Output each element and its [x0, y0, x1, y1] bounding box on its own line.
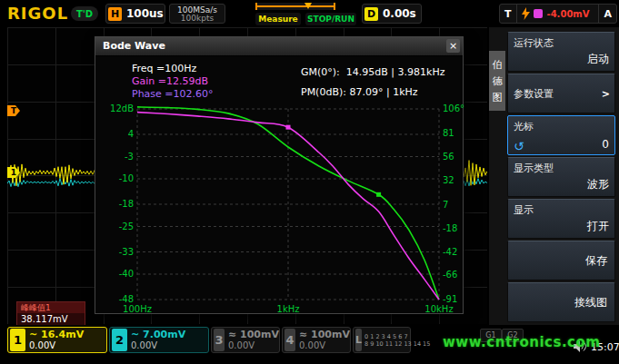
phase-axis-tick: 81	[443, 128, 454, 138]
menu-label: 光标	[514, 120, 534, 133]
gain-axis-tick: 4	[97, 129, 134, 139]
logic-analyzer-label: L	[355, 329, 362, 351]
trigger-position-icon	[305, 3, 312, 9]
trigger-level-value: -4.00mV	[547, 9, 590, 19]
phase-axis-tick: -66	[443, 270, 457, 280]
gain-axis-tick: -25	[97, 221, 134, 231]
channel2-number: 2	[112, 329, 127, 351]
timebase-value: 100us	[126, 7, 164, 20]
digital-channels-row1: 0 1 2 3 4 5 6 7	[364, 333, 430, 340]
tab-char: 图	[493, 91, 503, 104]
trigger-status-badge: T'D	[71, 6, 98, 21]
menu-value: 保存	[585, 253, 607, 269]
freq-axis-tick: 1kHz	[265, 304, 311, 314]
channel1-scale: 16.4mV	[41, 329, 84, 340]
channel1-offset: 0.00V	[29, 340, 84, 351]
menu-value: 接线图	[574, 295, 607, 310]
menu-value: 0	[602, 138, 609, 151]
channel1-box[interactable]: 1 ~ 16.4mV 0.00V	[7, 327, 107, 353]
phase-axis-tick: 7	[443, 200, 448, 210]
dialog-title: Bode Wave	[103, 40, 165, 52]
channel3-number: 3	[214, 329, 225, 351]
phase-axis-tick: 106°	[443, 103, 464, 113]
oscilloscope-screen: T 1 峰峰值1 38.117mV RIGOL T'D H 100us 100M…	[0, 0, 619, 364]
trigger-mode-badge: A	[598, 5, 616, 23]
phase-axis-tick: -18	[443, 223, 457, 233]
bode-axis-labels: 12dB4-3-10-18-25-33-40-48106°8156327-18-…	[95, 56, 463, 313]
dialog-content: Freq =100Hz Gain =12.59dB Phase =102.60°…	[95, 56, 463, 313]
bode-wave-dialog: Bode Wave × Freq =100Hz Gain =12.59dB Ph…	[95, 36, 464, 314]
coupling-icon: ≈	[299, 329, 307, 340]
logic-analyzer-box[interactable]: L 0 1 2 3 4 5 6 7 8 9 10 11 12 13 14 15	[353, 327, 411, 353]
rigol-logo: RIGOL	[7, 4, 68, 23]
menu-label: 显示	[514, 203, 534, 217]
menu-item-cursor[interactable]: 光标 ↺ 0	[507, 115, 615, 155]
memory-depth: 100kpts	[170, 15, 225, 23]
delay-value: 0.00s	[383, 7, 416, 20]
channel4-scale: 100mV	[311, 329, 350, 340]
stop-run-button[interactable]: STOP/RUN	[305, 13, 356, 25]
freq-axis-tick: 100Hz	[115, 304, 160, 314]
menu-label: 运行状态	[514, 36, 554, 50]
delay-group[interactable]: D 0.00s	[362, 4, 422, 24]
menu-item-wiring-diagram[interactable]: 接线图	[507, 282, 615, 322]
channel1-number: 1	[10, 329, 25, 351]
gain-axis-tick: -3	[97, 152, 134, 162]
dialog-title-bar[interactable]: Bode Wave ×	[95, 37, 463, 56]
digital-channels-row2: 8 9 10 11 12 13 14 15	[364, 340, 430, 348]
menu-item-save[interactable]: 保存	[507, 241, 615, 280]
chevron-right-icon	[602, 88, 610, 100]
measurement-label: 峰峰值1	[17, 302, 85, 313]
trigger-source-icon	[534, 9, 543, 18]
menu-value: 启动	[587, 52, 609, 67]
channel2-scale: 7.00mV	[143, 329, 185, 340]
trigger-slope-icon	[522, 7, 530, 20]
gain-axis-tick: -18	[97, 199, 134, 209]
coupling-icon: ~	[29, 329, 37, 340]
coupling-icon: ≈	[228, 329, 236, 340]
phase-axis-tick: 32	[443, 175, 454, 185]
acquisition-info-group: 100MSa/s 100kpts	[169, 4, 225, 24]
sidebar-menu: 伯 德 图 运行状态 启动 参数设置 光标 ↺ 0 显示类型 波形 显示 打开 …	[489, 27, 619, 325]
phase-axis-tick: -42	[443, 247, 457, 257]
channel4-offset: 0.00V	[299, 340, 350, 351]
freq-axis-tick: 10kHz	[416, 304, 462, 314]
gain-axis-tick: -10	[97, 173, 134, 183]
phase-axis-tick: 56	[443, 152, 454, 162]
channel2-offset: 0.00V	[131, 340, 185, 351]
d-badge: D	[364, 7, 378, 21]
phase-axis-tick: -91	[443, 294, 457, 304]
watermark: www.cntronics.com	[443, 334, 600, 350]
gain-axis-tick: -48	[97, 294, 134, 304]
gain-axis-tick: -40	[97, 269, 134, 279]
horizontal-timebase-group[interactable]: H 100us	[105, 4, 165, 24]
channel3-box[interactable]: 3 ≈ 100mV 0.00V	[211, 327, 280, 353]
tab-bode[interactable]: 伯 德 图	[489, 51, 505, 111]
menu-value: 波形	[587, 177, 609, 192]
menu-item-param-setup[interactable]: 参数设置	[507, 74, 615, 113]
t-label: T	[500, 5, 517, 23]
measure-button[interactable]: Measure	[255, 13, 301, 25]
channel3-offset: 0.00V	[228, 340, 279, 351]
gain-axis-tick: 12dB	[97, 103, 134, 113]
tab-char: 德	[493, 74, 503, 88]
menu-label: 参数设置	[514, 87, 554, 101]
menu-item-display-type[interactable]: 显示类型 波形	[507, 157, 615, 197]
trigger-position-line	[257, 5, 334, 7]
menu-item-display[interactable]: 显示 打开	[507, 199, 615, 239]
trigger-group[interactable]: T -4.00mV A	[499, 4, 617, 24]
channel4-box[interactable]: 4 ≈ 100mV 0.00V	[282, 327, 351, 353]
trigger-position-bar[interactable]	[255, 3, 335, 10]
top-bar: RIGOL T'D H 100us 100MSa/s 100kpts Measu…	[0, 0, 619, 27]
rotate-knob-icon: ↺	[514, 140, 524, 152]
close-icon[interactable]: ×	[446, 39, 460, 53]
measurement-value: 38.117mV	[17, 313, 85, 325]
gain-axis-tick: -33	[97, 247, 134, 257]
menu-item-run-state[interactable]: 运行状态 启动	[507, 32, 615, 72]
menu-value: 打开	[587, 219, 609, 234]
h-badge: H	[108, 7, 122, 21]
measurement-box: 峰峰值1 38.117mV	[16, 301, 85, 326]
channel2-box[interactable]: 2 ~ 7.00mV 0.00V	[109, 327, 209, 353]
tab-char: 伯	[493, 58, 503, 72]
menu-label: 显示类型	[514, 162, 554, 175]
